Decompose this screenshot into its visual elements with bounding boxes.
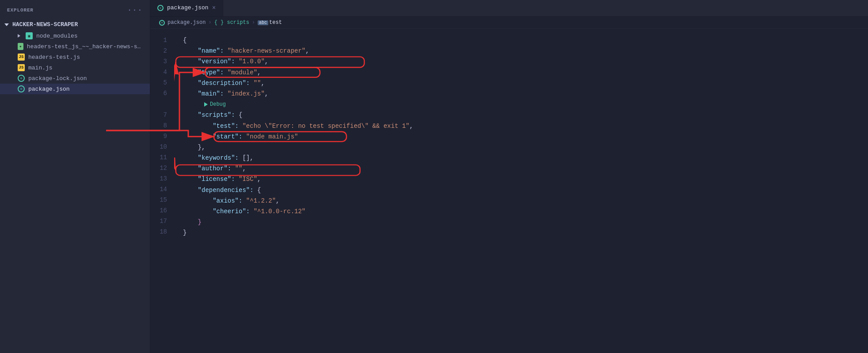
tab-package-json[interactable]: ⚙ package.json ×	[150, 0, 223, 16]
js-icon: JS	[18, 54, 25, 61]
breadcrumb: ⚙ package.json › { } scripts › abctest	[150, 17, 868, 29]
ln-7: 7	[150, 110, 167, 120]
tab-label: package.json	[167, 4, 209, 11]
code-line-debug: Debug	[174, 99, 868, 110]
debug-triangle-icon	[204, 102, 208, 107]
code-line-8: "test": "echo \"Error: no test specified…	[174, 121, 868, 131]
breadcrumb-sep1: ›	[208, 19, 211, 26]
code-line-12: "author": "",	[174, 163, 868, 174]
ln-11: 11	[150, 152, 167, 163]
js-icon-main: JS	[18, 64, 25, 71]
code-line-17: }	[174, 217, 868, 227]
node-modules-label: node_modules	[36, 33, 78, 39]
sidebar-item-headers-test[interactable]: JS headers-test.js	[0, 52, 150, 62]
code-line-5: "description": "",	[174, 78, 868, 88]
ln-16: 16	[150, 205, 167, 216]
ln-2: 2	[150, 46, 167, 56]
folder-icon: ▣	[26, 32, 33, 39]
tab-close-button[interactable]: ×	[212, 5, 216, 11]
code-line-7: "scripts": {	[174, 110, 868, 120]
code-line-10: },	[174, 142, 868, 153]
tab-bar: ⚙ package.json ×	[150, 0, 868, 17]
ln-12: 12	[150, 163, 167, 173]
code-line-16: "cheerio": "^1.0.0-rc.12"	[174, 206, 868, 217]
breadcrumb-scripts: { } scripts	[214, 19, 249, 26]
sidebar-title: EXPLORER	[7, 8, 34, 13]
breadcrumb-sep2: ›	[252, 19, 255, 26]
ln-18: 18	[150, 226, 167, 237]
main-content: ⚙ package.json × ⚙ package.json › { } sc…	[150, 0, 868, 353]
sidebar-options[interactable]: ···	[127, 6, 143, 14]
breadcrumb-icon: ⚙	[159, 20, 165, 26]
sidebar: EXPLORER ··· HACKER-NEWS-SCRAPER ▣ node_…	[0, 0, 150, 353]
ln-6: 6	[150, 88, 167, 99]
code-line-4: "type": "module",	[174, 67, 868, 78]
debug-badge: Debug	[201, 100, 229, 109]
main-js-label: main.js	[28, 65, 53, 71]
sidebar-item-package-json[interactable]: ⚙ package.json	[0, 84, 150, 94]
abc-badge: abc	[258, 20, 268, 25]
ln-13: 13	[150, 173, 167, 184]
breadcrumb-test: abctest	[258, 19, 282, 26]
code-line-1: {	[174, 35, 868, 46]
ln-5: 5	[150, 77, 167, 88]
ln-9: 9	[150, 131, 167, 142]
sidebar-header: EXPLORER ···	[0, 0, 150, 19]
package-lock-label: package-lock.json	[28, 75, 87, 82]
code-line-15: "axios": "^1.2.2",	[174, 196, 868, 206]
headers-test-label: headers-test.js	[28, 54, 80, 61]
json-icon: ⚙	[18, 85, 25, 92]
code-line-11: "keywords": [],	[174, 153, 868, 163]
ln-3: 3	[150, 56, 167, 67]
code-line-18: }	[174, 227, 868, 238]
package-json-label: package.json	[28, 86, 70, 92]
code-line-9: "start": "node main.js"	[174, 131, 868, 142]
code-content: { "name": "hacker-news-scraper", "versio…	[174, 29, 868, 353]
code-line-14: "dependencies": {	[174, 185, 868, 196]
code-line-6: "main": "index.js",	[174, 88, 868, 99]
ln-10: 10	[150, 142, 167, 152]
code-line-2: "name": "hacker-news-scraper",	[174, 46, 868, 56]
sidebar-item-package-lock[interactable]: ⚙ package-lock.json	[0, 73, 150, 84]
line-numbers: 1 2 3 4 5 6 · 7 8 9 10 11 12 13 14 15 16…	[150, 29, 174, 353]
folder-chevron-icon	[18, 34, 20, 38]
headers-compiled-icon: ◈	[18, 43, 23, 50]
project-title[interactable]: HACKER-NEWS-SCRAPER	[0, 19, 150, 31]
ln-8: 8	[150, 120, 167, 131]
headers-compiled-label: headers-test_js_~~_hacker-news-scraper..…	[27, 43, 143, 50]
code-area: 1 2 3 4 5 6 · 7 8 9 10 11 12 13 14 15 16…	[150, 29, 868, 353]
code-line-13: "license": "ISC",	[174, 174, 868, 184]
sidebar-item-main[interactable]: JS main.js	[0, 62, 150, 73]
json-lock-icon: ⚙	[18, 75, 25, 82]
code-line-3: "version": "1.0.0",	[174, 56, 868, 67]
ln-15: 15	[150, 195, 167, 205]
ln-4: 4	[150, 67, 167, 77]
chevron-down-icon	[4, 23, 9, 26]
sidebar-item-node-modules[interactable]: ▣ node_modules	[0, 31, 150, 41]
sidebar-item-headers-compiled[interactable]: ◈ headers-test_js_~~_hacker-news-scraper…	[0, 41, 150, 52]
breadcrumb-file: package.json	[168, 19, 206, 26]
tab-icon: ⚙	[157, 5, 164, 11]
ln-1: 1	[150, 35, 167, 46]
debug-label: Debug	[210, 100, 226, 109]
project-name-label: HACKER-NEWS-SCRAPER	[12, 21, 78, 28]
ln-14: 14	[150, 184, 167, 195]
ln-17: 17	[150, 216, 167, 226]
